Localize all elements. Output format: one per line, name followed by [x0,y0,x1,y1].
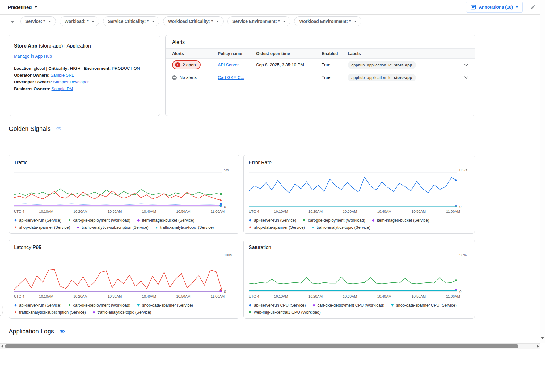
chart-title: Latency P95 [14,245,234,250]
legend-label: traffic-analytics-subscription (Service) [19,310,86,315]
x-axis-tick: 10:20AM [308,294,323,298]
enabled-cell: True [322,75,348,80]
x-axis-tick: 10:50AM [412,294,426,298]
x-axis-tick: UTC-4 [14,294,24,298]
triangle-up-marker-icon [249,226,252,229]
expand-row-button[interactable] [459,76,468,79]
legend-item[interactable]: web-mig-us-central1 CPU (Workload) [249,310,321,315]
square-marker-icon [303,219,306,222]
operator-owner-link[interactable]: Sample SRE [51,73,74,77]
floating-panel-edge[interactable] [0,303,3,317]
x-axis-tick: 11:00AM [446,294,460,298]
x-axis-labels: UTC-410:10AM10:20AM10:30AM10:40AM10:50AM… [14,209,222,214]
open-alerts-count: 2 open [183,62,196,67]
alert-status-cell: No alerts [172,75,218,80]
section-link-button[interactable] [58,327,66,336]
chevron-down-icon [464,64,468,66]
filter-chip-workload[interactable]: Workload: * [60,16,99,26]
filter-chip-service-environment[interactable]: Service Environment: * [227,16,290,26]
legend-item[interactable]: item-images-bucket (Service) [372,218,429,223]
series-line [249,177,457,193]
chevron-down-icon [35,6,37,8]
horizontal-scrollbar-thumb[interactable] [5,344,518,348]
y-axis-min-label: 0 [459,205,461,209]
legend-label: traffic-analytics-topic (Service) [160,225,214,230]
developer-owners-label: Developer Owners: [14,80,52,84]
horizontal-scrollbar[interactable] [0,343,540,349]
alerts-table-header: Alerts Policy name Oldest open time Enab… [166,48,475,59]
chart-legend: api-server-run (Service)cart-gke-deploym… [14,218,234,230]
legend-item[interactable]: shop-data-spanner (Service) [249,225,305,230]
section-title: Application Logs [9,328,54,335]
legend-item[interactable]: api-server-run CPU (Service) [249,303,306,307]
x-axis-tick: 10:10AM [39,210,53,213]
legend-item[interactable]: cart-gke-deployment CPU (Workload) [312,303,385,307]
application-title: Store App (store-app) | Application [14,43,155,49]
edit-dashboard-button[interactable] [529,3,537,11]
section-link-button[interactable] [55,125,63,133]
filter-chip-workload-environment[interactable]: Workload Environment: * [294,16,361,26]
legend-item[interactable]: shop-data-spanner (Service) [14,225,70,230]
legend-item[interactable]: cart-gke-deployment (Workload) [303,218,365,223]
meta-divider: | [82,66,83,71]
diamond-marker-icon [92,311,95,314]
legend-item[interactable]: api-server-run (Service) [14,218,61,223]
developer-owner-link[interactable]: Sampler Developer [53,80,89,84]
triangle-down-marker-icon [391,304,394,307]
legend-item[interactable]: cart-gke-deployment (Workload) [68,218,130,223]
traffic-chart-plot[interactable]: 5/s 0 [14,169,222,207]
legend-item[interactable]: traffic-analytics-topic (Service) [155,225,214,230]
expand-row-button[interactable] [459,64,468,66]
triangle-down-marker-icon [137,304,140,307]
manage-in-app-hub-link[interactable]: Manage in App Hub [14,54,52,59]
filter-chip-label: Service Environment: * [232,19,280,24]
legend-item[interactable]: traffic-analytics-topic (Service) [311,225,370,230]
legend-item[interactable]: traffic-analytics-subscription (Service) [14,310,86,315]
legend-item[interactable]: api-server-run (Service) [14,303,61,307]
legend-item[interactable]: api-server-run (Service) [249,218,296,223]
scroll-left-arrow[interactable] [1,345,3,348]
legend-item[interactable]: item-images-bucket (Service) [137,218,194,223]
error-rate-chart-plot[interactable]: 0.5/s 0 [249,169,457,207]
no-alerts-icon [172,75,177,80]
policy-link[interactable]: Cart GKE C... [218,75,244,80]
open-alerts-badge[interactable]: ! 2 open [172,60,201,69]
column-header-oldest-open-time: Oldest open time [256,51,322,56]
x-axis-tick: 10:30AM [108,210,122,213]
x-axis-tick: 11:00AM [446,210,460,213]
legend-item[interactable]: shop-data-spanner CPU (Service) [391,303,457,307]
triangle-up-marker-icon [14,226,17,229]
legend-item[interactable]: cart-gke-deployment (Workload) [68,303,130,307]
application-title-suffix: (store-app) | Application [39,43,91,48]
triangle-up-marker-icon [14,311,17,314]
business-owners-label: Business Owners: [14,86,50,91]
meta-divider: | [46,66,47,71]
latency-chart-plot[interactable]: 100s 0 [14,254,222,292]
no-alerts-text: No alerts [180,75,197,80]
legend-item[interactable]: traffic-analytics-subscription (Service) [77,225,149,230]
square-marker-icon [68,219,71,222]
scroll-right-arrow[interactable] [537,345,539,348]
annotations-button[interactable]: Annotations (10) [466,2,523,13]
circle-marker-icon [249,304,252,307]
scroll-down-arrow[interactable] [541,337,544,339]
application-meta: Location: global | Criticality: HIGH | E… [14,65,155,72]
alerts-card-title: Alerts [166,40,475,45]
legend-label: api-server-run CPU (Service) [254,303,306,307]
policy-link[interactable]: API Server ... [218,62,243,67]
legend-label: traffic-analytics-topic (Service) [98,310,151,315]
legend-item[interactable]: traffic-analytics-topic (Service) [92,310,151,315]
filter-chip-service-criticality[interactable]: Service Criticality: * [103,16,159,26]
filter-chip-workload-criticality[interactable]: Workload Criticality: * [163,16,224,26]
y-axis-min-label: 0 [224,290,226,294]
filter-chip-service[interactable]: Service: * [20,16,56,26]
x-axis-tick: 10:40AM [377,210,391,213]
legend-item[interactable]: shop-data-spanner (Service) [137,303,193,307]
business-owner-link[interactable]: Sample PM [52,86,73,91]
predefined-view-dropdown[interactable]: Predefined [8,5,37,10]
saturation-chart-plot[interactable]: 50% 0 [249,254,457,292]
vertical-scrollbar[interactable] [540,0,545,343]
series-line [14,204,222,204]
criticality-value: HIGH [70,66,80,71]
policy-name-cell: API Server ... [218,62,256,67]
